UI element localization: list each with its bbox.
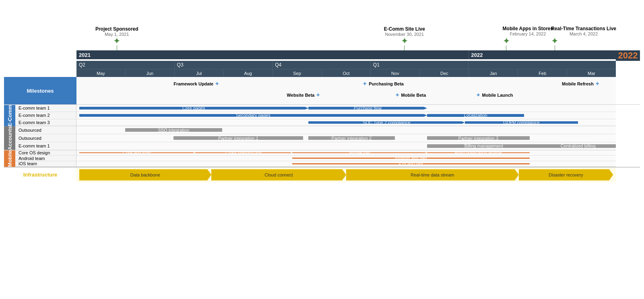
month-feb: Feb [518, 69, 567, 77]
q3: Q3 [175, 61, 273, 69]
mobile-row3: iOS app dev [76, 161, 616, 167]
milestone-rt-star: ✦ [551, 37, 558, 50]
ms-ml-label: Mobile Launch [482, 93, 513, 98]
ecomm-row2: Secondary pages Localization [76, 112, 616, 119]
ms-line [555, 46, 555, 50]
accounts-row2: Partner integration 1 Partner integratio… [76, 134, 616, 142]
mobile-ios-label: iOS team [15, 161, 76, 167]
ecomm-team-labels: E-comm team 1 E-comm team 2 E-comm team … [15, 105, 76, 126]
mobile-left: Mobile Core OS design Android team iOS t… [4, 150, 76, 167]
bar-realtime-stream: Real-time data stream [346, 169, 519, 181]
month-sep: Sep [273, 69, 322, 77]
month-aug: Aug [224, 69, 273, 77]
month-may: May [76, 69, 126, 77]
q1-2022: Q1 [371, 61, 469, 69]
ms-fw-label: Framework Update [173, 81, 213, 86]
month-jun: Jun [126, 69, 175, 77]
ms-label: Real-Time Transactions Live [551, 26, 616, 31]
accounts-outsourced1-label: Outsourced [15, 126, 76, 134]
year-2022: 2022 [469, 50, 616, 59]
star-icon: ✦ [476, 91, 481, 99]
accounts-section: Accounts Outsourced Outsourced E-comm te… [4, 126, 640, 150]
milestone-mobile-star: ✦ [503, 37, 510, 50]
star-icon: ✦ [595, 80, 600, 87]
bar-cross-platform: Cross platform libs [195, 152, 292, 154]
milestone-realtime: Real-Time Transactions Live March 4, 202… [551, 26, 616, 36]
bar-soc-compliance: SOC Type 2 compliance [308, 121, 465, 124]
accounts-bars: SSO integration Partner integration 1 Pa… [76, 126, 616, 150]
mobile-row2: Android app dev [76, 156, 616, 161]
ms-line [117, 46, 117, 50]
bar-localization: Localization [427, 114, 524, 117]
ms-wb-label: Website Beta [287, 93, 315, 98]
ms-line [506, 46, 506, 50]
month-mar: Mar [567, 69, 616, 77]
milestones-label: Milestones [4, 77, 76, 104]
milestone-ecomm-live: E-Comm Site Live November 30, 2021 ✦ [384, 26, 425, 50]
milestones-section: Milestones Framework Update ✦ Website Be… [4, 77, 640, 105]
current-year-label: 2022 [618, 50, 638, 61]
ms-purchasing-beta: ✦ Purchasing Beta [362, 80, 404, 87]
milestones-bar-area: Framework Update ✦ Website Beta ✦ ✦ Purc… [76, 77, 616, 104]
ms-label: Mobile Apps in Stores [503, 26, 553, 31]
star-icon: ✦ [395, 91, 400, 99]
ecomm-row1: Core pages Purchase flow [76, 105, 616, 112]
ms-mobile-refresh: Mobile Refresh ✦ [562, 80, 600, 87]
accounts-outsourced2-label: Outsourced [15, 134, 76, 142]
bar-billing-mgmt: Billing management [427, 144, 540, 148]
bar-data-backbone: Data backbone [79, 169, 211, 181]
bar-cloud-connect: Cloud connect [211, 169, 346, 181]
ms-label: Project Sponsored [95, 26, 138, 32]
bar-partner3: Partner integration 3 [427, 136, 530, 140]
ms-website-beta: Website Beta ✦ [287, 91, 321, 99]
ms-pb-label: Purchasing Beta [369, 81, 404, 86]
accounts-row3: Billing management Centralized billing [76, 142, 616, 150]
q4: Q4 [272, 61, 371, 69]
ms-date: March 4, 2022 [570, 31, 598, 36]
months: May Jun Jul Aug Sep Oct Nov Dec Jan Feb … [76, 69, 616, 77]
q-rest [469, 61, 616, 69]
year-header-row: 2021 2022 2022 [4, 50, 640, 61]
bar-sso: SSO integration [125, 128, 222, 132]
bar-partner1: Partner integration 1 [173, 136, 303, 140]
ms-star-icon: ✦ [503, 37, 510, 46]
bar-ios-dev: iOS app dev [292, 163, 530, 164]
bar-core-pages: Core pages [79, 107, 309, 110]
bar-centralized-billing: Centralized billing [540, 144, 616, 148]
ms-mb-label: Mobile Beta [401, 93, 426, 98]
month-nov: Nov [371, 69, 420, 77]
quarter-row: Q2 Q3 Q4 Q1 [4, 61, 640, 69]
bar-mobile-api: Mobile API [292, 152, 427, 154]
ms-label: E-Comm Site Live [384, 26, 425, 32]
ecomm-row3: SOC Type 2 compliance GDPR compliance [76, 119, 616, 127]
month-dec: Dec [420, 69, 469, 77]
infra-label-cell: Infrastructure [4, 168, 76, 182]
month-row: May Jun Jul Aug Sep Oct Nov Dec Jan Feb … [4, 69, 640, 77]
star-icon: ✦ [362, 80, 367, 87]
ms-mobile-launch: ✦ Mobile Launch [476, 91, 513, 99]
bar-disaster-recovery: Disaster recovery [519, 169, 613, 181]
bar-secondary-pages: Secondary pages [79, 114, 427, 117]
milestone-mobile-apps: Mobile Apps in Stores February 14, 2022 [503, 26, 553, 36]
ecomm-section: E-Comm E-comm team 1 E-comm team 2 E-com… [4, 105, 640, 126]
milestones-above-area: Project Sponsored May 1, 2021 ✦ E-Comm S… [76, 4, 616, 50]
ecomm-section-label: E-Comm [4, 105, 15, 126]
mobile-coreos-label: Core OS design [15, 150, 76, 156]
bar-core-app-logic: Core app logic [79, 152, 195, 154]
mobile-team-labels: Core OS design Android team iOS team [15, 150, 76, 167]
infrastructure-label: Infrastructure [23, 172, 58, 178]
accounts-section-label: Accounts [4, 126, 15, 150]
ecomm-left: E-Comm E-comm team 1 E-comm team 2 E-com… [4, 105, 76, 126]
ecomm-bars: Core pages Purchase flow Secondary pages… [76, 105, 616, 126]
year-2021: 2021 [76, 50, 469, 59]
year-header: 2021 2022 [76, 50, 616, 59]
star-icon: ✦ [316, 91, 321, 99]
mobile-section-label: Mobile [4, 150, 15, 167]
ecomm-team3-label: E-comm team 3 [15, 119, 76, 127]
ms-star-icon: ✦ [113, 37, 120, 46]
milestone-project-sponsored: Project Sponsored May 1, 2021 ✦ [95, 26, 138, 50]
bar-partner2: Partner integration 2 [308, 136, 394, 140]
infra-bars: Data backbone Cloud connect Real-time da… [76, 168, 616, 182]
mobile-android-label: Android team [15, 156, 76, 161]
accounts-team-labels: Outsourced Outsourced E-comm team 1 [15, 126, 76, 150]
